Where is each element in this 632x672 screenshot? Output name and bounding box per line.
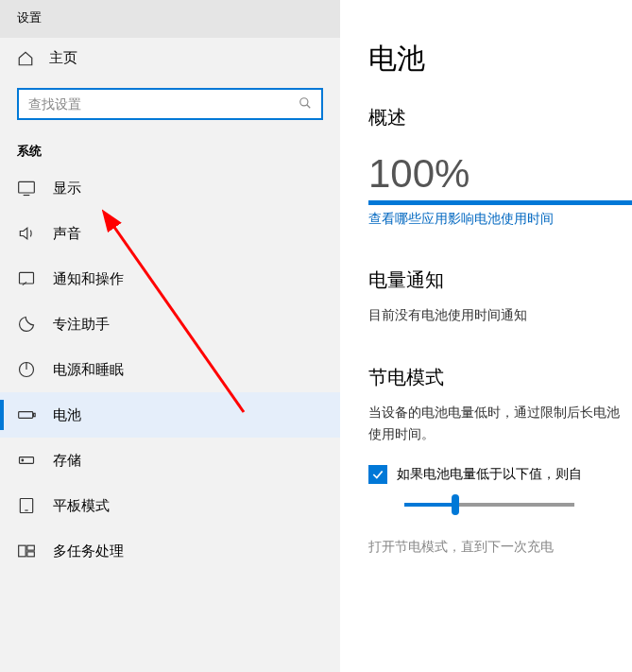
saver-note: 打开节电模式，直到下一次充电 — [368, 539, 632, 556]
sound-icon — [17, 224, 36, 243]
search-input[interactable] — [28, 96, 299, 112]
nav-label: 电源和睡眠 — [53, 361, 124, 379]
svg-rect-13 — [19, 545, 26, 557]
nav-label: 通知和操作 — [53, 270, 124, 288]
nav-label: 显示 — [53, 180, 81, 198]
multitask-icon — [17, 542, 36, 560]
home-nav[interactable]: 主页 — [0, 38, 340, 78]
svg-rect-15 — [27, 552, 35, 557]
nav-item-display[interactable]: 显示 — [0, 165, 340, 211]
nav-item-notifications[interactable]: 通知和操作 — [0, 256, 340, 302]
search-icon — [299, 96, 312, 112]
battery-percent: 100% — [368, 151, 632, 197]
slider-thumb[interactable] — [452, 494, 459, 515]
saver-checkbox[interactable] — [368, 465, 387, 484]
svg-rect-4 — [20, 272, 34, 284]
nav-item-power[interactable]: 电源和睡眠 — [0, 347, 340, 392]
svg-point-10 — [22, 459, 24, 461]
home-icon — [17, 50, 34, 67]
svg-rect-8 — [34, 413, 36, 416]
nav-item-sound[interactable]: 声音 — [0, 211, 340, 256]
tablet-icon — [17, 496, 36, 515]
nav-label: 声音 — [53, 225, 81, 243]
nav-item-multitask[interactable]: 多任务处理 — [0, 528, 340, 574]
nav-label: 专注助手 — [53, 316, 110, 334]
home-label: 主页 — [49, 49, 77, 67]
nav-label: 存储 — [53, 452, 81, 470]
svg-point-0 — [300, 97, 308, 105]
overview-heading: 概述 — [368, 105, 632, 130]
power-icon — [17, 360, 36, 379]
svg-rect-7 — [19, 412, 33, 419]
nav-label: 电池 — [53, 406, 81, 424]
saver-threshold-slider[interactable] — [404, 503, 574, 507]
storage-icon — [17, 451, 36, 470]
saver-text: 当设备的电池电量低时，通过限制后长电池使用时间。 — [368, 402, 632, 444]
search-box[interactable] — [17, 88, 323, 120]
page-title: 电池 — [368, 40, 632, 78]
notify-heading: 电量通知 — [368, 267, 632, 293]
svg-line-1 — [307, 104, 311, 108]
nav-label: 多任务处理 — [53, 543, 124, 560]
nav-item-focus[interactable]: 专注助手 — [0, 302, 340, 347]
battery-apps-link[interactable]: 查看哪些应用影响电池使用时间 — [368, 211, 632, 228]
notify-text: 目前没有电池使用时间通知 — [368, 304, 632, 325]
saver-checkbox-label: 如果电池电量低于以下值，则自 — [397, 466, 582, 483]
battery-icon — [17, 405, 36, 424]
saver-heading: 节电模式 — [368, 365, 632, 390]
nav-item-storage[interactable]: 存储 — [0, 438, 340, 483]
slider-fill — [404, 503, 455, 507]
svg-rect-14 — [27, 545, 35, 550]
group-title-system: 系统 — [0, 126, 340, 165]
nav-label: 平板模式 — [53, 497, 110, 515]
notification-icon — [17, 269, 36, 288]
nav-item-battery[interactable]: 电池 — [0, 392, 340, 438]
svg-rect-2 — [19, 181, 35, 193]
nav-item-tablet[interactable]: 平板模式 — [0, 483, 340, 528]
display-icon — [17, 179, 36, 198]
app-title: 设置 — [0, 0, 340, 38]
focus-icon — [17, 315, 36, 334]
battery-progress-bar — [368, 200, 632, 205]
